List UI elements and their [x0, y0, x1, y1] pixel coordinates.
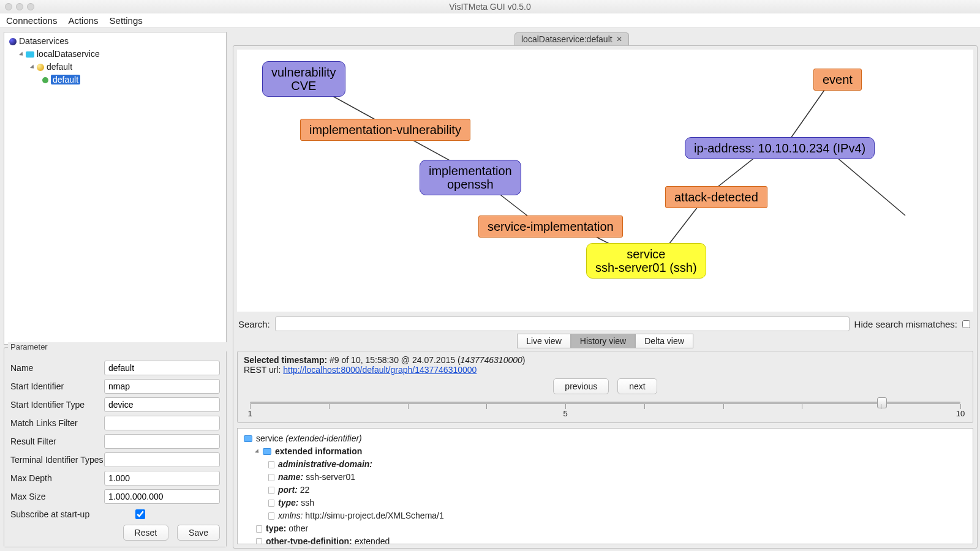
- details-port-row: port: 22: [244, 484, 967, 497]
- node-service-impl[interactable]: service-implementation: [478, 216, 623, 238]
- param-starttype-input[interactable]: [104, 397, 220, 412]
- node-attack-detected[interactable]: attack-detected: [665, 186, 767, 208]
- node-service-impl-label: service-implementation: [488, 220, 614, 233]
- param-startid-label: Start Identifier: [10, 381, 104, 391]
- node-impl-vuln[interactable]: implementation-vulnerability: [300, 119, 470, 141]
- search-label: Search:: [238, 319, 270, 329]
- details-xmlns-row: xmlns: http://simu-project.de/XMLSchema/…: [244, 509, 967, 522]
- tree-local-label: localDataservice: [37, 49, 100, 59]
- details-name-value: ssh-server01: [306, 471, 355, 484]
- tab-delta-view[interactable]: Delta view: [635, 334, 693, 348]
- view-tabs: Live viewHistory viewDelta view: [233, 332, 977, 348]
- window-title: VisITMeta GUI v0.5.0: [5, 2, 975, 12]
- node-vulnerability-line1: vulnerability: [271, 66, 336, 79]
- titlebar: VisITMeta GUI v0.5.0: [0, 0, 980, 13]
- slider-mid: 5: [563, 409, 567, 418]
- node-impl-vuln-label: implementation-vulnerability: [309, 123, 461, 137]
- details-otd-value: extended: [355, 535, 390, 544]
- tree-root[interactable]: Dataservices localDataservice default de…: [9, 35, 224, 86]
- menubar: Connections Actions Settings: [0, 13, 980, 28]
- details-service-row[interactable]: service (extended-identifier): [244, 432, 967, 445]
- param-maxdepth-input[interactable]: [104, 471, 220, 485]
- node-service-line2: ssh-server01 (ssh): [595, 261, 697, 274]
- window-controls[interactable]: [5, 3, 34, 10]
- chevron-down-icon[interactable]: [255, 449, 260, 454]
- details-toptype-value: other: [288, 522, 308, 535]
- details-type-value: ssh: [301, 497, 314, 509]
- node-implementation-line2: openssh: [447, 178, 494, 191]
- node-service[interactable]: service ssh-server01 (ssh): [586, 243, 706, 279]
- param-terminal-input[interactable]: [104, 452, 220, 467]
- details-type-label: type:: [278, 498, 298, 508]
- zoom-icon[interactable]: [27, 3, 34, 10]
- next-button[interactable]: next: [617, 378, 657, 394]
- details-port-value: 22: [300, 484, 310, 497]
- dataservices-tree[interactable]: Dataservices localDataservice default de…: [4, 32, 227, 345]
- param-matchlinks-input[interactable]: [104, 416, 220, 430]
- save-button[interactable]: Save: [177, 525, 220, 541]
- param-subscribe-checkbox[interactable]: [135, 509, 145, 519]
- previous-button[interactable]: previous: [553, 378, 609, 394]
- menu-actions[interactable]: Actions: [68, 15, 98, 26]
- details-name-label: name:: [278, 472, 303, 482]
- close-tab-icon[interactable]: ✕: [616, 35, 622, 43]
- search-input[interactable]: [275, 317, 850, 331]
- rest-url-link[interactable]: http://localhost:8000/default/graph/1437…: [283, 365, 477, 375]
- node-event[interactable]: event: [813, 69, 862, 91]
- tree-default[interactable]: default default: [31, 61, 224, 86]
- hide-mismatches-checkbox[interactable]: [962, 320, 970, 328]
- file-icon: [268, 474, 274, 481]
- selected-timestamp-close: ): [522, 355, 526, 365]
- details-toptype-label: type:: [266, 522, 286, 535]
- canvas-tab[interactable]: localDataservice:default ✕: [514, 32, 629, 45]
- node-implementation[interactable]: implementation openssh: [420, 160, 521, 195]
- slider-ticks: [250, 404, 960, 409]
- chevron-down-icon[interactable]: [30, 64, 36, 70]
- details-extinfo-row[interactable]: extended information: [244, 445, 967, 458]
- slider-max: 10: [956, 409, 965, 418]
- param-terminal-label: Terminal Identifier Types: [10, 455, 104, 465]
- tree-default-inner-label: default: [51, 75, 80, 84]
- param-name-label: Name: [10, 363, 104, 373]
- close-icon[interactable]: [5, 3, 12, 10]
- timeline-slider[interactable]: 1 5 10: [250, 402, 960, 419]
- globe-icon: [9, 38, 17, 45]
- minimize-icon[interactable]: [16, 3, 23, 10]
- selected-timestamp-value: #9 of 10, 15:58:30 @ 24.07.2015 (: [330, 355, 461, 365]
- node-ip-address[interactable]: ip-address: 10.10.10.234 (IPv4): [685, 137, 875, 159]
- details-tree[interactable]: service (extended-identifier) extended i…: [237, 428, 973, 544]
- details-ad-label: administrative-domain:: [278, 459, 372, 469]
- menu-connections[interactable]: Connections: [6, 15, 57, 26]
- tree-default-inner[interactable]: default: [42, 73, 224, 86]
- tree-local[interactable]: localDataservice default default: [20, 48, 224, 86]
- slider-labels: 1 5 10: [250, 409, 960, 419]
- tab-history-view[interactable]: History view: [571, 334, 635, 348]
- node-ip-address-label: ip-address: 10.10.10.234 (IPv4): [694, 141, 865, 155]
- param-resultfilter-input[interactable]: [104, 434, 220, 449]
- selected-timestamp-epoch: 1437746310000: [461, 355, 522, 365]
- param-resultfilter-label: Result Filter: [10, 437, 104, 446]
- folder-icon: [244, 435, 252, 442]
- node-event-label: event: [823, 73, 853, 86]
- node-implementation-line1: implementation: [429, 164, 512, 178]
- folder-icon: [263, 448, 271, 455]
- canvas-tab-label: localDataservice:default: [521, 34, 612, 44]
- node-attack-detected-label: attack-detected: [674, 190, 758, 204]
- file-icon: [268, 461, 274, 468]
- chevron-down-icon[interactable]: [19, 51, 24, 57]
- param-name-input[interactable]: [104, 361, 220, 375]
- tree-default-label: default: [47, 62, 72, 72]
- param-starttype-label: Start Identifier Type: [10, 400, 104, 410]
- node-vulnerability[interactable]: vulnerability CVE: [262, 61, 345, 97]
- node-vulnerability-line2: CVE: [291, 79, 316, 92]
- param-maxsize-label: Max Size: [10, 492, 104, 501]
- reset-button[interactable]: Reset: [123, 525, 169, 541]
- tab-live-view[interactable]: Live view: [517, 334, 571, 348]
- details-ad-row: administrative-domain:: [244, 458, 967, 471]
- rest-url-label: REST url:: [244, 365, 283, 375]
- param-startid-input[interactable]: [104, 379, 220, 394]
- hide-mismatches-label: Hide search mismatches:: [854, 319, 957, 329]
- graph-canvas[interactable]: vulnerability CVE implementation-vulnera…: [237, 50, 973, 312]
- menu-settings[interactable]: Settings: [110, 15, 143, 26]
- param-maxsize-input[interactable]: [104, 489, 220, 504]
